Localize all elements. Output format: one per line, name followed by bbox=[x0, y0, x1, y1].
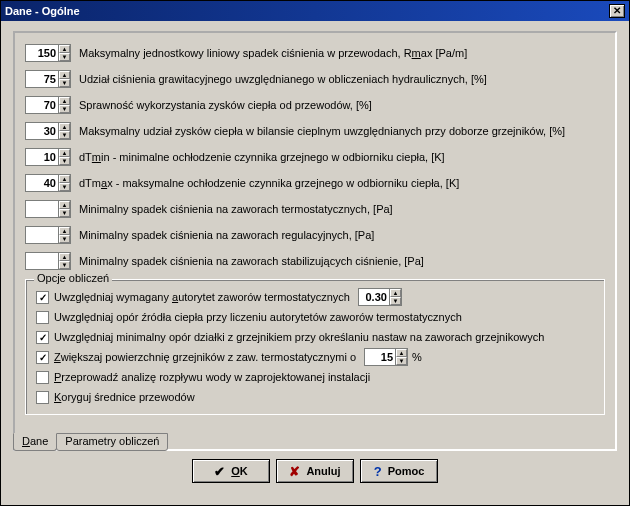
spin-down-icon[interactable]: ▼ bbox=[59, 157, 70, 165]
number-spinner[interactable]: ▲▼ bbox=[25, 96, 71, 114]
param-label: Udział ciśnienia grawitacyjnego uwzględn… bbox=[79, 73, 487, 85]
content-area: ▲▼Maksymalny jednostkowy liniowy spadek … bbox=[1, 21, 629, 505]
spin-up-icon[interactable]: ▲ bbox=[59, 149, 70, 157]
checkbox[interactable] bbox=[36, 391, 49, 404]
option-label: Przeprowadź analizę rozpływu wody w zapr… bbox=[54, 371, 370, 383]
spin-up-icon[interactable]: ▲ bbox=[396, 349, 407, 357]
spinner-input[interactable] bbox=[359, 289, 389, 305]
spin-up-icon[interactable]: ▲ bbox=[59, 201, 70, 209]
spin-up-icon[interactable]: ▲ bbox=[59, 71, 70, 79]
spin-up-icon[interactable]: ▲ bbox=[59, 97, 70, 105]
option-row: Zwiększaj powierzchnię grzejników z zaw.… bbox=[36, 348, 594, 366]
question-icon: ? bbox=[374, 464, 382, 479]
option-label: Koryguj średnice przewodów bbox=[54, 391, 195, 403]
checkbox[interactable] bbox=[36, 291, 49, 304]
param-row: ▲▼Maksymalny jednostkowy liniowy spadek … bbox=[25, 43, 605, 63]
checkbox[interactable] bbox=[36, 331, 49, 344]
spin-up-icon[interactable]: ▲ bbox=[59, 175, 70, 183]
number-spinner[interactable]: ▲▼ bbox=[25, 70, 71, 88]
number-spinner[interactable]: ▲▼ bbox=[364, 348, 408, 366]
spinner-input[interactable] bbox=[26, 71, 58, 87]
groupbox-title: Opcje obliczeń bbox=[34, 272, 112, 284]
checkbox[interactable] bbox=[36, 311, 49, 324]
param-label: Sprawność wykorzystania zysków ciepła od… bbox=[79, 99, 372, 111]
tab-parametry[interactable]: Parametry obliczeń bbox=[56, 433, 168, 451]
spin-down-icon[interactable]: ▼ bbox=[390, 297, 401, 305]
spin-down-icon[interactable]: ▼ bbox=[59, 183, 70, 191]
number-spinner[interactable]: ▲▼ bbox=[25, 44, 71, 62]
spinner-input[interactable] bbox=[26, 175, 58, 191]
number-spinner[interactable]: ▲▼ bbox=[25, 148, 71, 166]
spinner-input[interactable] bbox=[365, 349, 395, 365]
option-row: Uwzględniaj wymagany autorytet zaworów t… bbox=[36, 288, 594, 306]
checkbox[interactable] bbox=[36, 371, 49, 384]
option-row: Koryguj średnice przewodów bbox=[36, 388, 594, 406]
number-spinner[interactable]: ▲▼ bbox=[25, 174, 71, 192]
param-row: ▲▼Minimalny spadek ciśnienia na zaworach… bbox=[25, 225, 605, 245]
tab-dane[interactable]: Dane bbox=[13, 433, 57, 451]
number-spinner[interactable]: ▲▼ bbox=[25, 226, 71, 244]
number-spinner[interactable]: ▲▼ bbox=[25, 122, 71, 140]
titlebar: Dane - Ogólne ✕ bbox=[1, 1, 629, 21]
spinner-input[interactable] bbox=[26, 227, 58, 243]
spin-down-icon[interactable]: ▼ bbox=[396, 357, 407, 365]
option-label: Zwiększaj powierzchnię grzejników z zaw.… bbox=[54, 351, 356, 363]
spin-down-icon[interactable]: ▼ bbox=[59, 79, 70, 87]
spin-up-icon[interactable]: ▲ bbox=[59, 45, 70, 53]
param-row: ▲▼Minimalny spadek ciśnienia na zaworach… bbox=[25, 251, 605, 271]
option-row: Uwzględniaj minimalny opór działki z grz… bbox=[36, 328, 594, 346]
check-icon: ✔ bbox=[214, 464, 225, 479]
number-spinner[interactable]: ▲▼ bbox=[25, 200, 71, 218]
cancel-button[interactable]: ✘ Anuluj bbox=[276, 459, 354, 483]
spinner-input[interactable] bbox=[26, 123, 58, 139]
spin-down-icon[interactable]: ▼ bbox=[59, 209, 70, 217]
spin-up-icon[interactable]: ▲ bbox=[59, 253, 70, 261]
spin-up-icon[interactable]: ▲ bbox=[390, 289, 401, 297]
x-icon: ✘ bbox=[289, 464, 300, 479]
param-row: ▲▼Udział ciśnienia grawitacyjnego uwzglę… bbox=[25, 69, 605, 89]
param-row: ▲▼dTmin - minimalne ochłodzenie czynnika… bbox=[25, 147, 605, 167]
option-label: Uwzględniaj minimalny opór działki z grz… bbox=[54, 331, 544, 343]
spin-up-icon[interactable]: ▲ bbox=[59, 227, 70, 235]
help-button[interactable]: ? Pomoc bbox=[360, 459, 438, 483]
checkbox[interactable] bbox=[36, 351, 49, 364]
param-label: Minimalny spadek ciśnienia na zaworach r… bbox=[79, 229, 374, 241]
button-bar: ✔ OK ✘ Anuluj ? Pomoc bbox=[13, 451, 617, 493]
option-row: Uwzględniaj opór źródła ciepła przy licz… bbox=[36, 308, 594, 326]
number-spinner[interactable]: ▲▼ bbox=[358, 288, 402, 306]
spin-down-icon[interactable]: ▼ bbox=[59, 131, 70, 139]
spin-down-icon[interactable]: ▼ bbox=[59, 53, 70, 61]
option-label: Uwzględniaj opór źródła ciepła przy licz… bbox=[54, 311, 462, 323]
param-row: ▲▼Maksymalny udział zysków ciepła w bila… bbox=[25, 121, 605, 141]
param-label: Maksymalny udział zysków ciepła w bilans… bbox=[79, 125, 565, 137]
window-title: Dane - Ogólne bbox=[5, 5, 80, 17]
percent-suffix: % bbox=[412, 351, 422, 363]
param-row: ▲▼Sprawność wykorzystania zysków ciepła … bbox=[25, 95, 605, 115]
spinner-input[interactable] bbox=[26, 253, 58, 269]
options-groupbox: Opcje obliczeń Uwzględniaj wymagany auto… bbox=[25, 279, 605, 415]
spin-down-icon[interactable]: ▼ bbox=[59, 261, 70, 269]
param-row: ▲▼dTmax - maksymalne ochłodzenie czynnik… bbox=[25, 173, 605, 193]
param-label: dTmax - maksymalne ochłodzenie czynnika … bbox=[79, 177, 459, 189]
spin-down-icon[interactable]: ▼ bbox=[59, 235, 70, 243]
tab-strip: Dane Parametry obliczeń bbox=[13, 433, 167, 451]
spinner-input[interactable] bbox=[26, 45, 58, 61]
param-label: dTmin - minimalne ochłodzenie czynnika g… bbox=[79, 151, 445, 163]
spinner-input[interactable] bbox=[26, 97, 58, 113]
option-row: Przeprowadź analizę rozpływu wody w zapr… bbox=[36, 368, 594, 386]
param-row: ▲▼Minimalny spadek ciśnienia na zaworach… bbox=[25, 199, 605, 219]
spin-down-icon[interactable]: ▼ bbox=[59, 105, 70, 113]
param-label: Minimalny spadek ciśnienia na zaworach s… bbox=[79, 255, 424, 267]
option-label: Uwzględniaj wymagany autorytet zaworów t… bbox=[54, 291, 350, 303]
number-spinner[interactable]: ▲▼ bbox=[25, 252, 71, 270]
spin-up-icon[interactable]: ▲ bbox=[59, 123, 70, 131]
form-panel: ▲▼Maksymalny jednostkowy liniowy spadek … bbox=[13, 31, 617, 451]
ok-button[interactable]: ✔ OK bbox=[192, 459, 270, 483]
param-label: Maksymalny jednostkowy liniowy spadek ci… bbox=[79, 47, 467, 59]
dialog-window: Dane - Ogólne ✕ ▲▼Maksymalny jednostkowy… bbox=[0, 0, 630, 506]
close-button[interactable]: ✕ bbox=[609, 4, 625, 18]
param-label: Minimalny spadek ciśnienia na zaworach t… bbox=[79, 203, 393, 215]
spinner-input[interactable] bbox=[26, 149, 58, 165]
spinner-input[interactable] bbox=[26, 201, 58, 217]
